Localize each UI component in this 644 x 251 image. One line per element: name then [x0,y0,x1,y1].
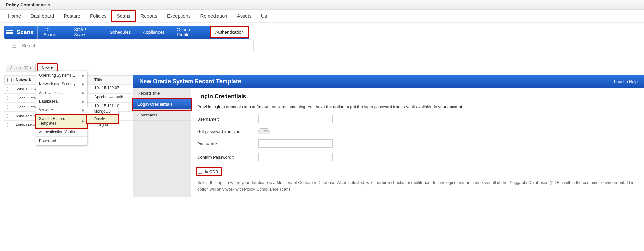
username-label: Username*: [197,117,258,122]
nav-posture[interactable]: Posture [59,10,85,22]
chevron-right-icon: ▶ [82,91,84,95]
content-heading: Login Credentials [197,93,638,100]
username-input[interactable] [258,115,333,123]
oracle-template-dialog: New Oracle System Record Template Launch… [133,75,644,197]
cell-title: Apache w/o auth [94,95,123,99]
scans-subnav: Scans PC Scans SCAP Scans Schedules Appl… [4,26,249,39]
dialog-sidebar: Record Title › Login Credentials › Comme… [133,88,191,197]
nav-scans[interactable]: Scans [111,10,136,22]
menu-databases[interactable]: Databases...▶ [36,97,87,106]
row-checkbox[interactable] [7,87,11,91]
chevron-right-icon: › [185,113,186,117]
side-record-title[interactable]: Record Title › [133,88,191,99]
svg-rect-0 [6,30,8,31]
dialog-title: New Oracle System Record Template [139,78,241,85]
nav-remediation[interactable]: Remediation [195,10,232,22]
chevron-right-icon: ▶ [82,82,84,86]
menu-download[interactable]: Download... [36,137,87,145]
row-checkbox[interactable] [7,114,11,118]
select-all-checkbox[interactable] [7,78,12,82]
password-label: Password*: [197,141,258,146]
system-record-templates-submenu: MongoDB Oracle [87,107,118,123]
grid-toolbar: Actions (0) ▾ New ▾ [6,64,644,72]
nav-us-truncated[interactable]: Us [256,10,272,22]
menu-operating-systems[interactable]: Operating Systems...▶ [36,71,87,80]
new-dropdown-menu: Operating Systems...▶ Network and Securi… [36,71,87,146]
dialog-title-bar: New Oracle System Record Template Launch… [133,75,644,88]
content-description: Provide login credentials to use for aut… [197,104,638,109]
chevron-right-icon: › [185,91,186,96]
search-bar: ☰ [9,41,254,51]
svg-rect-4 [8,32,13,33]
main-nav: Home Dashboard Posture Policies Scans Re… [0,10,644,23]
row-checkbox[interactable] [7,105,11,109]
svg-rect-2 [6,33,8,34]
nav-home[interactable]: Home [3,10,26,22]
new-label: New [42,66,49,70]
side-login-credentials[interactable]: Login Credentials › [133,99,191,110]
row-checkbox[interactable] [7,96,11,100]
tab-appliances[interactable]: Appliances [137,26,171,38]
chevron-right-icon: › [185,102,186,107]
chevron-down-icon: ▾ [48,2,50,7]
menu-vmware[interactable]: VMware...▶ [36,106,87,115]
chevron-right-icon: ▶ [82,100,84,103]
is-cdb-label: Is CDB [205,169,218,174]
confirm-password-label: Confirm Password*: [197,155,258,160]
cell-title: 10.115.120.97 [94,86,119,90]
nav-exceptions[interactable]: Exceptions [162,10,195,22]
dialog-content: Login Credentials Provide login credenti… [191,88,644,197]
nav-assets[interactable]: Assets [232,10,256,22]
password-input[interactable] [258,139,333,148]
nav-reports[interactable]: Reports [136,10,163,22]
vault-label: Get password from vault [197,129,258,134]
submenu-mongodb[interactable]: MongoDB [87,107,118,115]
tab-authentication[interactable]: Authentication [210,26,249,38]
row-checkbox[interactable] [7,123,11,127]
chevron-down-icon: ▾ [30,66,31,70]
actions-button[interactable]: Actions (0) ▾ [6,64,36,72]
tab-pc-scans[interactable]: PC Scans [37,24,68,41]
is-cdb-row: Is CDB [197,168,221,175]
module-name: Policy Compliance [6,2,46,7]
top-module-bar: Policy Compliance ▾ [0,0,644,10]
module-selector[interactable]: Policy Compliance ▾ [3,2,53,7]
submenu-oracle[interactable]: Oracle [87,115,118,123]
tab-scap-scans[interactable]: SCAP Scans [68,24,104,41]
cdb-help-text: Select this option when your database is… [197,180,638,192]
launch-help-link[interactable]: Launch Help [614,79,638,84]
svg-rect-5 [8,33,13,34]
chevron-down-icon: ▾ [51,66,53,70]
col-title-header[interactable]: Title [94,78,102,82]
menu-applications[interactable]: Applications...▶ [36,88,87,97]
menu-authentication-vaults[interactable]: Authentication Vaults [36,128,87,136]
search-input[interactable] [19,41,253,50]
vault-toggle[interactable]: NO [258,128,270,134]
actions-label: Actions (0) [10,66,28,70]
side-comments[interactable]: Comments › [133,110,191,121]
chevron-right-icon: ▶ [82,119,84,123]
chevron-right-icon: ▶ [82,108,84,112]
tab-option-profiles[interactable]: Option Profiles [171,24,210,41]
menu-system-record-templates[interactable]: System Record Templates...▶ [36,115,87,128]
list-icon [4,26,15,38]
svg-rect-3 [8,30,13,31]
nav-policies[interactable]: Policies [85,10,111,22]
nav-dashboard[interactable]: Dashboard [26,10,59,22]
search-list-icon: ☰ [9,41,19,51]
chevron-right-icon: ▶ [82,74,84,77]
menu-network-security[interactable]: Network and Security...▶ [36,80,87,88]
confirm-password-input[interactable] [258,153,333,161]
svg-rect-1 [6,32,8,33]
tab-schedules[interactable]: Schedules [104,26,137,38]
is-cdb-checkbox[interactable] [198,170,202,174]
subnav-title: Scans [16,29,37,36]
